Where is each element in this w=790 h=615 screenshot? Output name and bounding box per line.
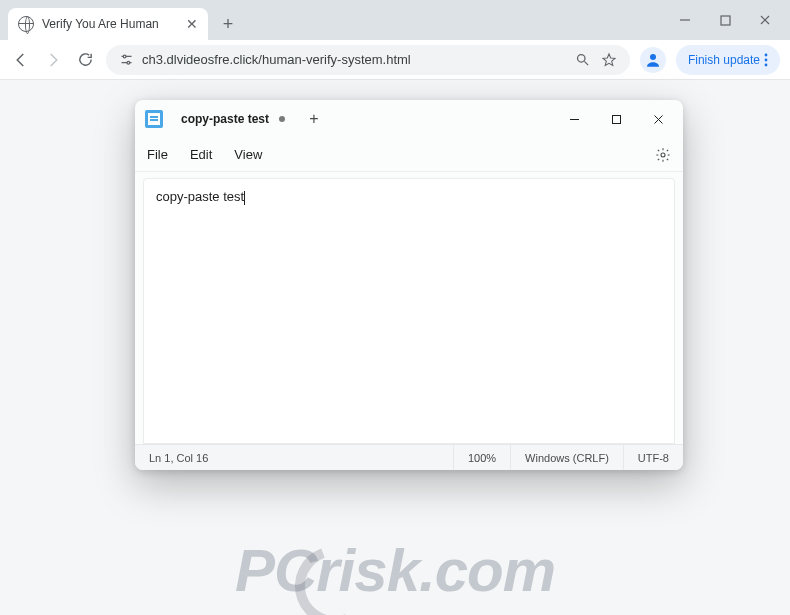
watermark: PCrisk.com — [235, 536, 555, 605]
svg-point-8 — [578, 55, 586, 63]
notepad-window: copy-paste test + File Edit View — [135, 100, 683, 470]
menu-edit[interactable]: Edit — [190, 147, 212, 162]
window-maximize-button[interactable] — [708, 6, 742, 34]
status-encoding: UTF-8 — [624, 445, 683, 470]
svg-point-10 — [650, 54, 656, 60]
globe-icon — [18, 16, 34, 32]
svg-rect-1 — [721, 16, 730, 25]
browser-tab-strip: Verify You Are Human ✕ + — [0, 0, 790, 40]
svg-point-11 — [765, 53, 768, 56]
finish-update-button[interactable]: Finish update — [676, 45, 780, 75]
watermark-text: PCrisk.com — [235, 537, 555, 604]
svg-rect-15 — [612, 115, 620, 123]
status-line-ending: Windows (CRLF) — [511, 445, 624, 470]
browser-tab[interactable]: Verify You Are Human ✕ — [8, 8, 208, 40]
notepad-app-icon — [145, 110, 163, 128]
search-icon[interactable] — [574, 51, 592, 69]
nav-back-button[interactable] — [10, 49, 32, 71]
notepad-menubar: File Edit View — [135, 138, 683, 172]
menu-view[interactable]: View — [234, 147, 262, 162]
settings-gear-icon[interactable] — [655, 147, 671, 163]
window-minimize-button[interactable] — [668, 6, 702, 34]
new-tab-button[interactable]: + — [214, 10, 242, 38]
window-controls — [668, 0, 790, 40]
tab-title: Verify You Are Human — [42, 17, 159, 31]
svg-point-18 — [661, 153, 665, 157]
menu-file[interactable]: File — [147, 147, 168, 162]
unsaved-dot-icon — [279, 116, 285, 122]
nav-forward-button[interactable] — [42, 49, 64, 71]
svg-point-5 — [123, 55, 126, 58]
notepad-titlebar[interactable]: copy-paste test + — [135, 100, 683, 138]
page-viewport: copy-paste test + File Edit View — [0, 80, 790, 615]
editor-content: copy-paste test — [156, 189, 244, 204]
status-zoom[interactable]: 100% — [454, 445, 511, 470]
notepad-close-button[interactable] — [637, 100, 679, 138]
notepad-maximize-button[interactable] — [595, 100, 637, 138]
text-caret — [244, 191, 245, 205]
notepad-new-tab-button[interactable]: + — [301, 106, 327, 132]
more-icon — [764, 53, 768, 67]
window-close-button[interactable] — [748, 6, 782, 34]
svg-point-12 — [765, 58, 768, 61]
watermark-swirl-icon — [282, 533, 388, 615]
tab-close-icon[interactable]: ✕ — [186, 16, 198, 32]
notepad-editor[interactable]: copy-paste test — [143, 178, 675, 444]
notepad-statusbar: Ln 1, Col 16 100% Windows (CRLF) UTF-8 — [135, 444, 683, 470]
notepad-tab-title: copy-paste test — [181, 112, 269, 126]
svg-point-7 — [127, 61, 130, 64]
address-bar[interactable]: ch3.dlvideosfre.click/human-verify-syste… — [106, 45, 630, 75]
browser-toolbar: ch3.dlvideosfre.click/human-verify-syste… — [0, 40, 790, 80]
status-cursor-pos: Ln 1, Col 16 — [135, 445, 454, 470]
profile-avatar[interactable] — [640, 47, 666, 73]
nav-reload-button[interactable] — [74, 49, 96, 71]
bookmark-star-icon[interactable] — [600, 51, 618, 69]
notepad-tab[interactable]: copy-paste test — [171, 104, 295, 134]
notepad-minimize-button[interactable] — [553, 100, 595, 138]
svg-line-9 — [585, 61, 589, 65]
url-text: ch3.dlvideosfre.click/human-verify-syste… — [142, 52, 566, 67]
finish-update-label: Finish update — [688, 53, 760, 67]
site-settings-icon[interactable] — [118, 52, 134, 68]
svg-point-13 — [765, 63, 768, 66]
